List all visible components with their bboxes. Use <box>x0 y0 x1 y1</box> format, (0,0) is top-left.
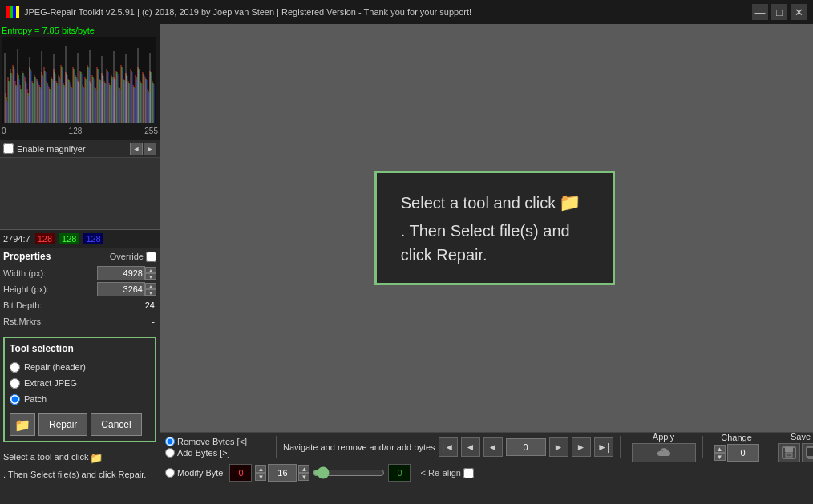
coords-blue: 128 <box>83 233 103 244</box>
svg-rect-210 <box>807 447 813 457</box>
minimize-button[interactable]: — <box>752 4 768 20</box>
toolbar-row1: Remove Bytes [<] Add Bytes [>] Navigate … <box>160 433 813 462</box>
height-row: Height (px): 3264 ▲ ▼ <box>3 281 156 297</box>
change-section: Change ▲ ▼ <box>714 433 759 462</box>
tool-extract-radio[interactable] <box>10 378 20 389</box>
magnifier-right-arrow[interactable]: ► <box>144 143 156 155</box>
svg-rect-3 <box>16 6 19 18</box>
realign-checkbox[interactable] <box>463 468 474 478</box>
magnifier-checkbox[interactable] <box>3 143 14 154</box>
nav-prev-fast-button[interactable]: ◄ <box>461 437 480 457</box>
width-value-row: 4928 ▲ ▼ <box>97 266 156 280</box>
add-bytes-label: Add Bytes [>] <box>177 448 230 458</box>
repair-button[interactable]: Repair <box>38 413 87 436</box>
tool-patch-radio[interactable] <box>10 394 20 405</box>
modify-spin: ▲ ▼ <box>255 465 266 481</box>
modify-spin2-down[interactable]: ▼ <box>298 473 309 481</box>
modify-green-input[interactable] <box>388 464 411 482</box>
modify-byte-radio-row: Modify Byte <box>165 468 223 478</box>
main-container: Entropy = 7.85 bits/byte // We'll draw b… <box>0 24 813 504</box>
nav-position-input[interactable] <box>506 438 546 456</box>
open-folder-button[interactable]: 📁 <box>10 413 35 436</box>
modify-red-input[interactable] <box>229 464 252 482</box>
apply-section-label: Apply <box>653 432 675 442</box>
histogram-axis: 0 128 255 <box>2 127 158 135</box>
svg-rect-204 <box>657 451 670 456</box>
height-spin-down[interactable]: ▼ <box>145 289 156 296</box>
right-panel: Select a tool and click 📁 . Then Select … <box>160 24 813 504</box>
save-btn-row <box>778 443 813 462</box>
svg-rect-0 <box>6 6 10 18</box>
apply-icon <box>656 445 672 459</box>
tool-selection: Tool selection Repair (header) Extract J… <box>3 337 156 442</box>
magnifier-row: Enable magnifyer ◄ ► <box>0 140 160 158</box>
remove-bytes-radio[interactable] <box>165 437 175 446</box>
modify-byte-radio[interactable] <box>165 468 175 478</box>
left-panel: Entropy = 7.85 bits/byte // We'll draw b… <box>0 24 160 504</box>
overlay-text-before: Select a tool and click <box>401 191 556 215</box>
width-label: Width (px): <box>3 268 46 278</box>
titlebar-controls: — □ ✕ <box>752 4 807 20</box>
axis-max: 255 <box>144 127 158 135</box>
nav-section-label: Navigate and remove and/or add bytes <box>283 442 435 452</box>
image-area[interactable]: Select a tool and click 📁 . Then Select … <box>160 24 813 432</box>
save-copy-button[interactable] <box>802 443 813 462</box>
change-spin-up[interactable]: ▲ <box>714 445 726 453</box>
modify-byte-label: Modify Byte <box>177 468 223 478</box>
save-section-label: Save <box>791 432 811 442</box>
tool-extract-label: Extract JPEG <box>24 378 77 388</box>
properties-header: Properties Override <box>3 251 156 262</box>
save-file-icon <box>781 446 797 460</box>
modify-spin-up[interactable]: ▲ <box>255 465 266 473</box>
bitdepth-label: Bit Depth: <box>3 300 42 310</box>
modify-value-input[interactable] <box>268 464 297 482</box>
rstmrkrs-label: Rst.Mrkrs: <box>3 317 43 326</box>
rstmrkrs-row: Rst.Mrkrs: - <box>3 313 156 329</box>
histogram-canvas: // We'll draw bars inline via path <box>2 37 156 125</box>
apply-button[interactable] <box>632 443 696 462</box>
nav-first-button[interactable]: |◄ <box>439 437 458 457</box>
width-spin-up[interactable]: ▲ <box>145 267 156 273</box>
height-value-row: 3264 ▲ ▼ <box>97 282 156 296</box>
magnifier-left-arrow[interactable]: ◄ <box>130 143 143 155</box>
modify-spin-down[interactable]: ▼ <box>255 473 266 481</box>
modify-slider[interactable] <box>313 466 385 480</box>
height-spinner: ▲ ▼ <box>145 283 156 296</box>
nav-prev-button[interactable]: ◄ <box>483 437 503 457</box>
properties-section: Properties Override Width (px): 4928 ▲ ▼… <box>0 248 160 333</box>
realign-label: < Re-align <box>420 468 460 478</box>
divider2 <box>620 436 621 458</box>
save-section: Save <box>778 432 813 462</box>
svg-rect-208 <box>786 453 792 457</box>
instruction-overlay-text: Select a tool and click 📁 . Then Select … <box>401 189 589 267</box>
tool-radio-patch: Patch <box>10 391 150 407</box>
tool-radio-extract: Extract JPEG <box>10 375 150 391</box>
nav-next-fast-button[interactable]: ► <box>572 437 591 457</box>
add-bytes-radio[interactable] <box>165 448 175 458</box>
height-spin-up[interactable]: ▲ <box>145 283 156 289</box>
close-button[interactable]: ✕ <box>791 4 807 20</box>
width-spin-down[interactable]: ▼ <box>145 273 156 280</box>
override-label: Override <box>110 252 144 261</box>
height-label: Height (px): <box>3 284 49 294</box>
add-bytes-radio-row: Add Bytes [>] <box>165 448 269 458</box>
save-to-file-button[interactable] <box>778 443 800 462</box>
magnifier-arrows: ◄ ► <box>130 143 156 155</box>
modify-spin2-up[interactable]: ▲ <box>298 465 309 473</box>
nav-next-button[interactable]: ► <box>549 437 568 457</box>
remove-bytes-radio-row: Remove Bytes [<] <box>165 437 269 446</box>
app-icon <box>6 6 19 18</box>
maximize-button[interactable]: □ <box>771 4 787 20</box>
realign-row: < Re-align <box>420 468 473 478</box>
cancel-button[interactable]: Cancel <box>91 413 141 436</box>
nav-last-button[interactable]: ►| <box>594 437 613 457</box>
svg-rect-207 <box>785 447 793 452</box>
properties-title: Properties <box>3 251 51 262</box>
magnifier-label: Enable magnifyer <box>17 144 127 154</box>
tool-repair-radio[interactable] <box>10 362 20 373</box>
change-input-row: ▲ ▼ <box>714 444 759 462</box>
tool-repair-label: Repair (header) <box>24 362 86 372</box>
change-value-input[interactable] <box>727 444 759 462</box>
change-spin-down[interactable]: ▼ <box>714 453 726 461</box>
override-checkbox[interactable] <box>146 252 156 262</box>
